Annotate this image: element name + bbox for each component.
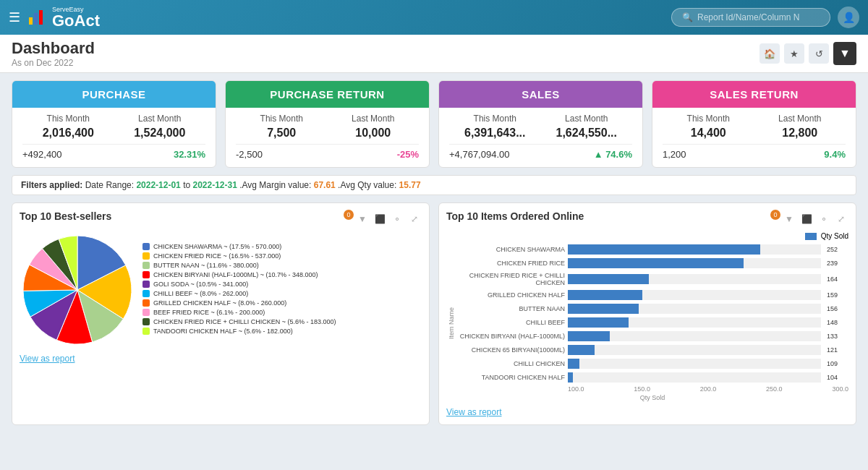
card-body-purchase: This Month Last Month 2,016,400 1,524,00… <box>12 108 216 167</box>
card-diff-sales: +4,767,094.00 ▲ 74.6% <box>449 144 632 160</box>
this-month-val-purchase: 2,016,400 <box>22 127 114 140</box>
bar-value: 156 <box>827 305 848 312</box>
bar-track <box>568 331 821 341</box>
svg-rect-0 <box>29 17 33 25</box>
search-bar[interactable]: 🔍 <box>671 8 830 27</box>
menu-icon[interactable]: ☰ <box>9 9 20 25</box>
diff-pct-sales: ▲ 74.6% <box>546 149 633 160</box>
pie-view-report[interactable]: View as report <box>20 354 422 364</box>
card-header-purchase-return: PURCHASE RETURN <box>226 81 429 108</box>
bar-chart: CHICKEN SHAWARMA 252 CHICKEN FRIED RICE … <box>456 244 848 383</box>
legend-item: BUTTER NAAN ~ (11.6% - 380.000) <box>142 262 336 269</box>
bar-chart-card: Top 10 Items Ordered Online 0 ▼ ⬛ ⚬ ⤢ Qt… <box>438 202 856 425</box>
bar-item-label: CHICKEN BIRYANI (HALF-1000ML) <box>456 333 565 340</box>
legend-label: CHILLI BEEF ~ (8.0% - 262.000) <box>153 290 248 297</box>
legend-label: BEEF FRIED RICE ~ (6.1% - 200.000) <box>153 309 265 316</box>
header-right: 🔍 👤 <box>671 7 859 28</box>
this-month-label-sales-return: This Month <box>663 114 754 124</box>
legend-dot <box>142 271 150 278</box>
legend-item: BEEF FRIED RICE ~ (6.1% - 200.000) <box>142 309 336 316</box>
card-months-sales-return: This Month Last Month <box>663 114 846 124</box>
this-month-val-sales-return: 14,400 <box>663 127 754 140</box>
x-axis: 100.0150.0200.0250.0300.0 <box>456 385 848 393</box>
filter-date-to: 2022-12-31 <box>192 180 237 190</box>
bar-row: CHILLI BEEF 148 <box>456 317 848 328</box>
logo-icon <box>27 7 48 27</box>
bar-filter-icon[interactable]: ▼ <box>782 212 796 226</box>
bar-track <box>568 274 821 284</box>
legend-dot <box>142 290 150 297</box>
legend-label: CHICKEN SHAWARMA ~ (17.5% - 570.000) <box>153 243 281 250</box>
bar-value: 159 <box>827 291 848 299</box>
card-diff-sales-return: 1,200 9.4% <box>663 144 846 160</box>
search-input[interactable] <box>697 12 820 22</box>
x-axis-tick: 200.0 <box>700 385 717 393</box>
this-month-val-sales: 6,391,643... <box>449 127 541 140</box>
card-purchase: PURCHASE This Month Last Month 2,016,400… <box>12 80 216 168</box>
bar-row: CHICKEN 65 BIRYANI(1000ML) 121 <box>456 345 848 355</box>
bar-item-label: CHICKEN FRIED RICE <box>456 260 565 267</box>
card-values-sales: 6,391,643... 1,624,550... <box>449 127 632 140</box>
pie-badge: 0 <box>344 210 354 220</box>
pie-filter-icon[interactable]: ▼ <box>355 212 370 226</box>
bar-track <box>568 304 821 314</box>
this-month-label-purchase: This Month <box>22 114 114 124</box>
bar-download-icon[interactable]: ⬛ <box>799 212 814 226</box>
bar-legend-color <box>805 233 817 240</box>
last-month-label-sales-return: Last Month <box>754 114 846 124</box>
bar-row: CHILLI CHICKEN 109 <box>456 359 848 369</box>
user-avatar[interactable]: 👤 <box>838 7 859 28</box>
x-axis-tick: 100.0 <box>568 385 584 393</box>
home-icon-btn[interactable]: 🏠 <box>760 43 780 64</box>
card-values-purchase-return: 7,500 10,000 <box>236 127 419 140</box>
last-month-val-sales: 1,624,550... <box>541 127 633 140</box>
bar-track <box>568 258 821 268</box>
card-body-purchase-return: This Month Last Month 7,500 10,000 -2,50… <box>226 108 429 167</box>
search-icon: 🔍 <box>682 12 693 22</box>
card-header-purchase: PURCHASE <box>12 81 216 108</box>
filter-date-from: 2022-12-01 <box>136 180 180 190</box>
bar-row: TANDOORI CHICKEN HALF 104 <box>456 372 848 383</box>
pie-section: CHICKEN SHAWARMA ~ (17.5% - 570.000) CHI… <box>20 232 422 348</box>
bar-item-label: GRILLED CHICKEN HALF <box>456 291 565 299</box>
legend-label: BUTTER NAAN ~ (11.6% - 380.000) <box>153 262 259 269</box>
pie-download-icon[interactable]: ⬛ <box>373 212 387 226</box>
pie-chart-card: Top 10 Best-sellers 0 ▼ ⬛ ⚬ ⤢ CHICKEN SH… <box>12 202 430 425</box>
legend-dot <box>142 262 150 269</box>
bar-fill <box>568 258 744 268</box>
bar-expand-icon[interactable]: ⤢ <box>834 212 848 226</box>
legend-dot <box>142 328 150 335</box>
last-month-label-purchase: Last Month <box>114 114 206 124</box>
card-body-sales-return: This Month Last Month 14,400 12,800 1,20… <box>652 108 856 167</box>
x-axis-tick: 300.0 <box>832 385 848 393</box>
bar-value: 148 <box>827 319 848 326</box>
pie-expand-icon[interactable]: ⤢ <box>407 212 422 226</box>
refresh-icon-btn[interactable]: ↺ <box>809 43 829 64</box>
bar-fill <box>568 244 760 255</box>
bar-item-label: BUTTER NAAN <box>456 305 565 312</box>
legend-item: CHICKEN BIRYANI (HALF-1000ML) ~ (10.7% -… <box>142 271 336 278</box>
bar-track <box>568 290 821 300</box>
page-title: Dashboard <box>12 39 95 58</box>
bar-track <box>568 317 821 328</box>
bar-fill <box>568 359 579 369</box>
star-icon-btn[interactable]: ★ <box>784 43 804 64</box>
x-axis-label: Qty Sold <box>456 394 848 401</box>
bar-view-report[interactable]: View as report <box>446 407 848 417</box>
this-month-label-purchase-return: This Month <box>236 114 328 124</box>
card-purchase-return: PURCHASE RETURN This Month Last Month 7,… <box>225 80 430 168</box>
last-month-label-purchase-return: Last Month <box>328 114 420 124</box>
page-subtitle: As on Dec 2022 <box>12 58 95 68</box>
legend-dot <box>142 281 150 288</box>
filter-btn[interactable]: ▼ <box>833 42 856 65</box>
bar-item-label: CHILLI BEEF <box>456 319 565 326</box>
bar-share-icon[interactable]: ⚬ <box>817 212 831 226</box>
title-area: Dashboard As on Dec 2022 <box>12 39 95 68</box>
legend-item: CHICKEN FRIED RICE ~ (16.5% - 537.000) <box>142 252 336 260</box>
chart-top-right: Top 10 Items Ordered Online 0 ▼ ⬛ ⚬ ⤢ <box>446 210 848 228</box>
last-month-val-purchase-return: 10,000 <box>328 127 420 140</box>
bar-row: GRILLED CHICKEN HALF 159 <box>456 290 848 300</box>
sub-header-icons: 🏠 ★ ↺ ▼ <box>760 42 856 65</box>
legend-label: TANDOORI CHICKEN HALF ~ (5.6% - 182.000) <box>153 328 293 335</box>
pie-share-icon[interactable]: ⚬ <box>390 212 404 226</box>
